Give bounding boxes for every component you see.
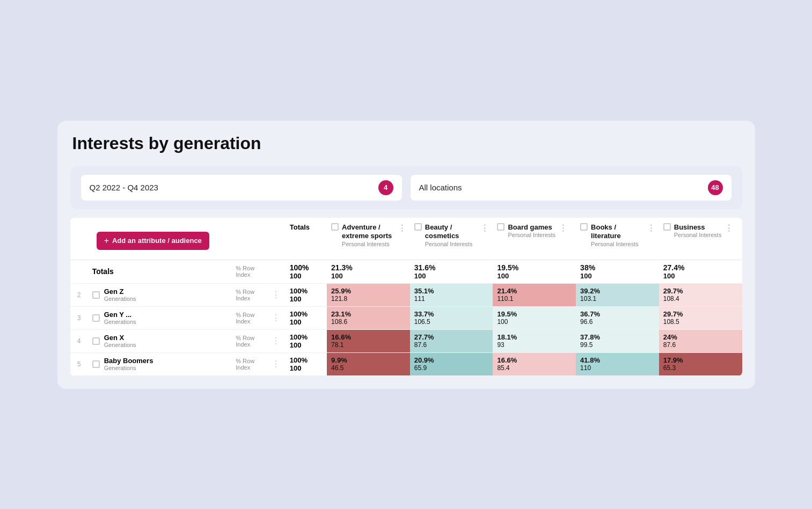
cell-1-0: 25.9%121.8 — [327, 283, 410, 306]
table-container: + Add an attribute / audience Totals — [70, 218, 742, 376]
cell-0-0: 21.3%100 — [327, 260, 410, 283]
row-num-1: 2 — [70, 283, 88, 306]
cell-3-0: 16.6%78.1 — [327, 329, 410, 352]
col-checkbox-2[interactable] — [497, 223, 504, 231]
row-metric-3: % RowIndex — [231, 329, 267, 352]
cell-2-1: 33.7%106.5 — [410, 306, 493, 329]
row-menu-1[interactable]: ⋮ — [272, 290, 280, 299]
th-col-3: Books / literature Personal Interests ⋮ — [576, 218, 659, 260]
th-metric — [231, 218, 267, 260]
row-checkbox-3[interactable] — [92, 337, 100, 345]
location-label: All locations — [419, 183, 462, 192]
totals-row-label: Totals — [92, 267, 114, 276]
cell-4-0: 9.9%46.5 — [327, 352, 410, 375]
th-actions — [267, 218, 286, 260]
col-menu-0[interactable]: ⋮ — [398, 223, 406, 233]
col-name-0: Adventure / extreme sports — [342, 223, 394, 241]
row-metric-0: % RowIndex — [231, 260, 267, 283]
row-gen-sublabel-1: Generations — [104, 296, 136, 302]
cell-0-3: 38%100 — [576, 260, 659, 283]
add-attribute-button[interactable]: + Add an attribute / audience — [97, 232, 209, 250]
cell-0-4: 27.4%100 — [659, 260, 742, 283]
cell-4-2: 16.6%85.4 — [493, 352, 576, 375]
row-label-3: Gen X Generations — [88, 329, 232, 352]
row-num-3: 4 — [70, 329, 88, 352]
col-name-2: Board games — [508, 223, 555, 232]
page-title: Interests by generation — [70, 134, 742, 153]
cell-3-3: 37.8%99.5 — [576, 329, 659, 352]
row-num-0 — [70, 260, 88, 283]
location-filter[interactable]: All locations 48 — [411, 175, 731, 201]
row-gen-label-2: Gen Y ... — [104, 311, 136, 319]
row-metric-1: % RowIndex — [231, 283, 267, 306]
row-actions-1[interactable]: ⋮ — [267, 283, 286, 306]
cell-4-4: 17.9%65.3 — [659, 352, 742, 375]
cell-1-2: 21.4%110.1 — [493, 283, 576, 306]
th-row-num — [70, 218, 88, 260]
date-range-filter[interactable]: Q2 2022 - Q4 2023 4 — [81, 175, 402, 201]
col-name-4: Business — [674, 223, 722, 232]
row-menu-3[interactable]: ⋮ — [272, 336, 280, 345]
col-cat-2: Personal Interests — [508, 232, 555, 238]
col-menu-1[interactable]: ⋮ — [480, 223, 488, 233]
row-gen-label-3: Gen X — [104, 334, 136, 342]
row-checkbox-4[interactable] — [92, 360, 100, 368]
row-gen-label-4: Baby Boomers — [104, 357, 153, 365]
data-table: + Add an attribute / audience Totals — [70, 218, 742, 376]
col-menu-3[interactable]: ⋮ — [647, 223, 655, 233]
cell-1-1: 35.1%111 — [410, 283, 493, 306]
row-checkbox-1[interactable] — [92, 291, 100, 299]
col-menu-4[interactable]: ⋮ — [725, 223, 733, 233]
col-checkbox-4[interactable] — [663, 223, 671, 231]
row-label-4: Baby Boomers Generations — [88, 352, 232, 375]
row-label-2: Gen Y ... Generations — [88, 306, 232, 329]
col-name-1: Beauty / cosmetics — [425, 223, 478, 241]
cell-0-1: 31.6%100 — [410, 260, 493, 283]
location-badge: 48 — [708, 180, 723, 195]
row-actions-0[interactable] — [267, 260, 286, 283]
row-label-0: Totals — [88, 260, 232, 283]
cell-3-4: 24%87.6 — [659, 329, 742, 352]
col-checkbox-3[interactable] — [580, 223, 588, 231]
row-actions-2[interactable]: ⋮ — [267, 306, 286, 329]
cell-3-1: 27.7%87.6 — [410, 329, 493, 352]
cell-2-3: 36.7%96.6 — [576, 306, 659, 329]
row-gen-sublabel-4: Generations — [104, 365, 153, 371]
col-checkbox-0[interactable] — [331, 223, 339, 231]
row-menu-2[interactable]: ⋮ — [272, 313, 280, 322]
table-row-3: 4 Gen X Generations % RowIndex⋮100%10016… — [70, 329, 742, 352]
col-cat-3: Personal Interests — [591, 241, 643, 247]
row-totals-val-4: 100%100 — [286, 352, 327, 375]
table-header-row: + Add an attribute / audience Totals — [70, 218, 742, 260]
cell-0-2: 19.5%100 — [493, 260, 576, 283]
page-container: Interests by generation Q2 2022 - Q4 202… — [57, 121, 755, 389]
col-cat-4: Personal Interests — [674, 232, 722, 238]
cell-2-2: 19.5%100 — [493, 306, 576, 329]
row-totals-val-0: 100%100 — [286, 260, 327, 283]
table-row-4: 5 Baby Boomers Generations % RowIndex⋮10… — [70, 352, 742, 375]
row-metric-2: % RowIndex — [231, 306, 267, 329]
row-num-4: 5 — [70, 352, 88, 375]
th-totals: Totals — [286, 218, 327, 260]
row-num-2: 3 — [70, 306, 88, 329]
table-row-2: 3 Gen Y ... Generations % RowIndex⋮100%1… — [70, 306, 742, 329]
add-button-container: + Add an attribute / audience — [92, 223, 228, 254]
table-row-1: 2 Gen Z Generations % RowIndex⋮100%10025… — [70, 283, 742, 306]
col-cat-1: Personal Interests — [425, 241, 478, 247]
cell-3-2: 18.1%93 — [493, 329, 576, 352]
row-metric-4: % RowIndex — [231, 352, 267, 375]
cell-1-3: 39.2%103.1 — [576, 283, 659, 306]
row-actions-4[interactable]: ⋮ — [267, 352, 286, 375]
cell-4-3: 41.8%110 — [576, 352, 659, 375]
th-col-0: Adventure / extreme sports Personal Inte… — [327, 218, 410, 260]
col-cat-0: Personal Interests — [342, 241, 394, 247]
row-checkbox-2[interactable] — [92, 314, 100, 322]
th-col-1: Beauty / cosmetics Personal Interests ⋮ — [410, 218, 493, 260]
date-range-label: Q2 2022 - Q4 2023 — [90, 183, 158, 192]
cell-1-4: 29.7%108.4 — [659, 283, 742, 306]
col-checkbox-1[interactable] — [414, 223, 422, 231]
col-menu-2[interactable]: ⋮ — [559, 223, 567, 233]
row-actions-3[interactable]: ⋮ — [267, 329, 286, 352]
row-totals-val-1: 100%100 — [286, 283, 327, 306]
row-menu-4[interactable]: ⋮ — [272, 359, 280, 368]
